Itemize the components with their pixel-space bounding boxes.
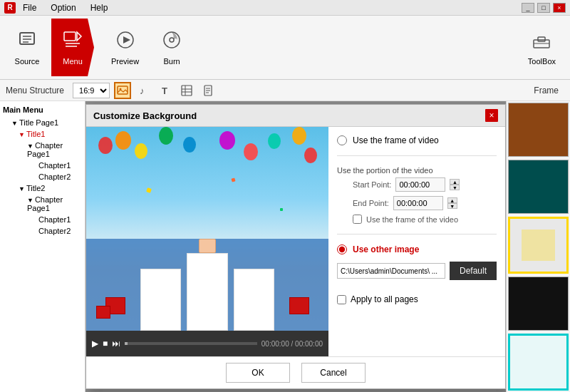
- svg-rect-4: [64, 32, 76, 41]
- modal-title-bar: Customize Background ×: [86, 105, 505, 127]
- tree-chapter-page1-t1[interactable]: ▼Chapter Page1: [19, 140, 82, 160]
- toolbar: Menu Structure 16:9 4:3 ♪ T Frame: [0, 80, 570, 101]
- tree-chapter1-t1[interactable]: Chapter1: [30, 160, 82, 171]
- svg-text:T: T: [162, 86, 167, 96]
- start-point-down[interactable]: ▼: [450, 185, 460, 190]
- ribbon-source[interactable]: Source: [6, 19, 48, 76]
- use-frame-checkbox[interactable]: [353, 215, 362, 224]
- app-icon: R: [4, 2, 16, 14]
- progress-bar[interactable]: [125, 342, 257, 345]
- toolbox-label: ToolBox: [528, 57, 556, 66]
- svg-rect-19: [182, 86, 192, 96]
- menu-label: Menu: [63, 57, 83, 66]
- ribbon: Source Menu Preview Burn ToolBox: [0, 16, 570, 80]
- play-button[interactable]: ▶: [92, 339, 98, 349]
- ok-button[interactable]: OK: [226, 363, 290, 383]
- use-other-image-section: Use other image Default: [337, 244, 497, 280]
- tree-chapter2-t1[interactable]: Chapter2: [30, 171, 82, 182]
- start-point-spin: ▲ ▼: [450, 179, 460, 190]
- aspect-ratio-select[interactable]: 16:9 4:3: [73, 83, 110, 98]
- main-content: Main Menu ▼Title Page1 ▼Title1 ▼Chapter …: [0, 101, 570, 392]
- modal-body: ▶ ■ ⏭ 00:00:00 / 00:00:00: [86, 127, 505, 356]
- apply-all-checkbox[interactable]: [337, 295, 346, 304]
- customize-background-modal: Customize Background ×: [86, 104, 506, 389]
- use-other-image-radio[interactable]: [337, 244, 347, 254]
- video-controls: ▶ ■ ⏭ 00:00:00 / 00:00:00: [86, 331, 328, 356]
- skip-button[interactable]: ⏭: [112, 339, 120, 349]
- center-area: Customize Background ×: [86, 101, 506, 392]
- audio-button[interactable]: ♪: [135, 82, 152, 99]
- use-frame-checkbox-label: Use the frame of the video: [366, 215, 458, 224]
- end-point-input[interactable]: [393, 196, 443, 210]
- end-point-down[interactable]: ▼: [447, 203, 457, 209]
- divider1: [337, 155, 497, 156]
- use-frame-label: Use the frame of video: [353, 135, 439, 145]
- divider2: [337, 234, 497, 234]
- tree-title2[interactable]: ▼Title2: [10, 182, 82, 194]
- modal-video-area: ▶ ■ ⏭ 00:00:00 / 00:00:00: [86, 127, 328, 356]
- use-frame-checkbox-row: Use the frame of the video: [353, 215, 497, 224]
- end-point-row: End Point: ▲ ▼: [353, 196, 497, 210]
- swatch-cyan-frame[interactable]: [508, 334, 569, 391]
- title-bar: R File Option Help _ □ ×: [0, 0, 570, 16]
- svg-point-10: [164, 32, 180, 48]
- window-controls: _ □ ×: [522, 3, 566, 13]
- swatch-black[interactable]: [508, 277, 569, 331]
- menu-option[interactable]: Option: [48, 1, 78, 14]
- stop-button[interactable]: ■: [103, 339, 108, 349]
- modal-close-button[interactable]: ×: [485, 109, 498, 122]
- cancel-button[interactable]: Cancel: [301, 363, 366, 383]
- tree-title1[interactable]: ▼Title1: [10, 128, 82, 140]
- sub-options: Start Point: ▲ ▼ End Point:: [337, 177, 497, 224]
- tree-chapter2-t2[interactable]: Chapter2: [30, 225, 82, 237]
- tree-panel: Main Menu ▼Title Page1 ▼Title1 ▼Chapter …: [0, 101, 86, 392]
- frame-label: Frame: [534, 86, 559, 96]
- progress-fill: [125, 342, 128, 345]
- text-button[interactable]: T: [157, 82, 174, 99]
- ribbon-preview[interactable]: Preview: [97, 19, 147, 76]
- modal-title: Customize Background: [93, 110, 197, 121]
- ribbon-toolbox[interactable]: ToolBox: [519, 19, 564, 76]
- svg-marker-9: [123, 36, 130, 43]
- maximize-button[interactable]: □: [537, 3, 550, 13]
- ribbon-burn[interactable]: Burn: [150, 19, 193, 76]
- close-button[interactable]: ×: [553, 3, 566, 13]
- modal-options: Use the frame of video Use the portion o…: [328, 127, 505, 356]
- end-point-up[interactable]: ▲: [447, 197, 457, 203]
- source-icon: [17, 30, 37, 54]
- ribbon-menu[interactable]: Menu: [51, 19, 94, 76]
- svg-text:♪: ♪: [140, 86, 145, 96]
- swatch-brown[interactable]: [508, 103, 569, 157]
- end-point-spin: ▲ ▼: [447, 197, 457, 209]
- image-path-input[interactable]: [337, 263, 445, 279]
- menu-bar: File Option Help: [20, 1, 110, 14]
- document-button[interactable]: [200, 82, 217, 99]
- modal-overlay: Customize Background ×: [86, 101, 506, 392]
- use-frame-radio[interactable]: [337, 135, 347, 145]
- right-color-panel: [506, 101, 570, 392]
- menu-file[interactable]: File: [20, 1, 39, 14]
- modal-footer: OK Cancel: [86, 356, 505, 388]
- svg-marker-5: [77, 32, 81, 41]
- svg-rect-13: [538, 37, 545, 41]
- tree-title-page1[interactable]: ▼Title Page1: [3, 117, 82, 128]
- use-other-image-label: Use other image: [353, 244, 419, 254]
- toolbar-menu-structure-label: Menu Structure: [6, 86, 64, 96]
- menu-help[interactable]: Help: [88, 1, 111, 14]
- use-other-image-row: Use other image: [337, 244, 497, 254]
- swatch-yellow-frame[interactable]: [508, 217, 569, 274]
- video-preview: [86, 127, 328, 331]
- table-button[interactable]: [178, 82, 195, 99]
- svg-point-11: [170, 38, 174, 42]
- preview-icon: [115, 30, 135, 54]
- swatch-dark-teal[interactable]: [508, 160, 569, 214]
- start-point-up[interactable]: ▲: [450, 179, 460, 185]
- start-point-input[interactable]: [395, 177, 445, 192]
- tree-chapter1-t2[interactable]: Chapter1: [30, 214, 82, 225]
- background-image-button[interactable]: [114, 82, 131, 99]
- default-button[interactable]: Default: [450, 262, 497, 280]
- time-display: 00:00:00 / 00:00:00: [261, 340, 323, 348]
- tree-chapter-page1-t2[interactable]: ▼Chapter Page1: [19, 194, 82, 214]
- minimize-button[interactable]: _: [522, 3, 534, 13]
- burn-icon: [162, 30, 182, 54]
